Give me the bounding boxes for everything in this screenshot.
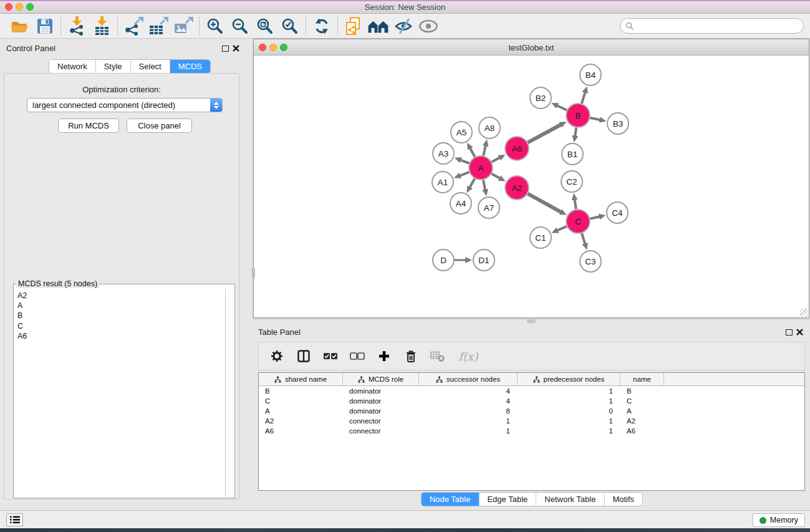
tab-select[interactable]: Select [131,60,170,73]
tab-network[interactable]: Network [49,60,96,73]
graph-edge-A2-C[interactable] [528,193,561,212]
table-row[interactable]: A6connector11A6 [259,426,804,436]
function-builder-button[interactable]: f(x) [454,346,483,367]
table-panel-float-button[interactable] [786,329,793,336]
mcds-result-item[interactable]: B [17,311,225,321]
tab-motifs[interactable]: Motifs [604,493,642,506]
optimization-criterion-select[interactable]: largest connected component (directed) [27,98,223,112]
graph-node-C1[interactable]: C1 [530,227,551,248]
graph-node-A3[interactable]: A3 [433,143,454,164]
result-list-scrollbar[interactable] [225,289,234,497]
import-network-button[interactable] [64,15,89,37]
hide-selected-button[interactable] [391,15,416,37]
table-settings-button[interactable] [266,346,287,367]
graph-node-D1[interactable]: D1 [473,249,494,271]
window-resize-grip[interactable] [800,309,808,317]
delete-table-button[interactable] [427,346,448,367]
graph-node-D[interactable]: D [433,249,454,271]
graph-node-A[interactable]: A [469,156,493,180]
graph-node-A2[interactable]: A2 [505,176,529,200]
graph-edge-B-B1[interactable] [575,127,576,136]
deselect-all-columns-button[interactable] [347,346,368,367]
graph-edge-C-C3[interactable] [582,233,586,244]
control-panel-close-button[interactable] [233,44,239,54]
graph-node-A5[interactable]: A5 [451,122,472,143]
graph-edge-A6-B[interactable] [528,125,561,143]
first-neighbors-button[interactable] [366,15,391,37]
mcds-result-item[interactable]: C [17,321,225,331]
graph-edge-A-A1[interactable] [460,172,470,176]
graph-node-B1[interactable]: B1 [562,143,583,165]
run-mcds-button[interactable]: Run MCDS [58,118,119,133]
tab-edge-table[interactable]: Edge Table [479,493,536,506]
tab-style[interactable]: Style [96,60,131,73]
mcds-result-item[interactable]: A [17,301,225,311]
graph-edge-B-B2[interactable] [557,105,567,110]
graph-node-A8[interactable]: A8 [479,117,500,138]
graph-node-A6[interactable]: A6 [505,137,529,160]
tab-network-table[interactable]: Network Table [536,493,604,506]
graph-edge-C-C4[interactable] [590,216,600,219]
column-header-name[interactable]: name [620,373,664,385]
zoom-fit-button[interactable] [253,15,277,37]
graph-node-C3[interactable]: C3 [580,251,601,272]
control-panel-float-button[interactable] [222,46,229,52]
graph-node-B[interactable]: B [566,104,590,127]
save-session-button[interactable] [32,15,57,37]
add-column-button[interactable] [374,346,395,367]
network-canvas[interactable]: B4B2BB3A8A5A6A3B1AA1C2A2A4A7C4CC1C3DD1 [254,56,809,317]
show-panels-list-button[interactable] [6,513,23,526]
new-network-from-selection-button[interactable] [341,15,366,37]
table-row[interactable]: Adominator80A [259,406,804,416]
show-columns-button[interactable] [293,346,314,367]
zoom-selected-button[interactable] [277,15,302,37]
open-session-button[interactable] [7,15,32,37]
graph-edge-A-A3[interactable] [460,160,470,163]
network-window-titlebar[interactable]: testGlobe.txt [254,39,809,56]
memory-button[interactable]: Memory [753,513,805,527]
column-header-predecessor-nodes[interactable]: predecessor nodes [518,373,620,385]
horizontal-splitter-handle[interactable] [527,319,536,323]
column-header-shared-name[interactable]: shared name [259,373,343,385]
import-table-button[interactable] [89,15,114,37]
graph-edge-A-A5[interactable] [470,148,475,157]
graph-node-C4[interactable]: C4 [607,202,628,223]
graph-node-B2[interactable]: B2 [530,87,551,109]
vertical-splitter-handle[interactable] [252,268,255,278]
zoom-in-button[interactable] [203,15,228,37]
column-header-successor-nodes[interactable]: successor nodes [419,373,518,385]
show-all-button[interactable] [416,15,441,37]
graph-node-C[interactable]: C [566,210,590,233]
graph-edge-A-A8[interactable] [483,145,486,156]
graph-node-A4[interactable]: A4 [450,193,471,214]
network-graph[interactable]: B4B2BB3A8A5A6A3B1AA1C2A2A4A7C4CC1C3DD1 [254,56,809,317]
refresh-button[interactable] [309,15,334,37]
graph-edge-C-C2[interactable] [574,200,576,210]
table-row[interactable]: A2connector11A2 [259,416,804,426]
graph-node-A1[interactable]: A1 [432,172,453,193]
graph-node-A7[interactable]: A7 [478,197,499,218]
graph-edge-C-C1[interactable] [557,226,567,231]
graph-node-B4[interactable]: B4 [580,64,601,85]
graph-edge-B-B3[interactable] [590,118,600,120]
mcds-result-item[interactable]: A2 [17,291,225,301]
column-header-MCDS-role[interactable]: MCDS role [343,373,419,385]
delete-column-button[interactable] [400,346,422,367]
graph-edge-A-A6[interactable] [491,158,500,162]
graph-node-C2[interactable]: C2 [561,171,582,192]
export-network-button[interactable] [121,15,146,37]
table-panel-close-button[interactable] [796,328,803,337]
graph-edge-A-A7[interactable] [483,180,485,190]
export-image-button[interactable] [171,15,196,37]
graph-edge-A-A4[interactable] [470,178,475,188]
mcds-result-list[interactable]: A2ABCA6 [14,289,225,497]
export-table-button[interactable] [146,15,171,37]
table-row[interactable]: Bdominator41B [259,386,804,396]
zoom-out-button[interactable] [228,15,253,37]
select-all-columns-button[interactable] [320,346,341,367]
close-panel-button[interactable]: Close panel [127,118,192,133]
graph-edge-A-A2[interactable] [491,173,500,178]
tab-node-table[interactable]: Node Table [422,493,480,506]
global-search[interactable] [620,18,804,34]
graph-node-B3[interactable]: B3 [607,113,629,134]
